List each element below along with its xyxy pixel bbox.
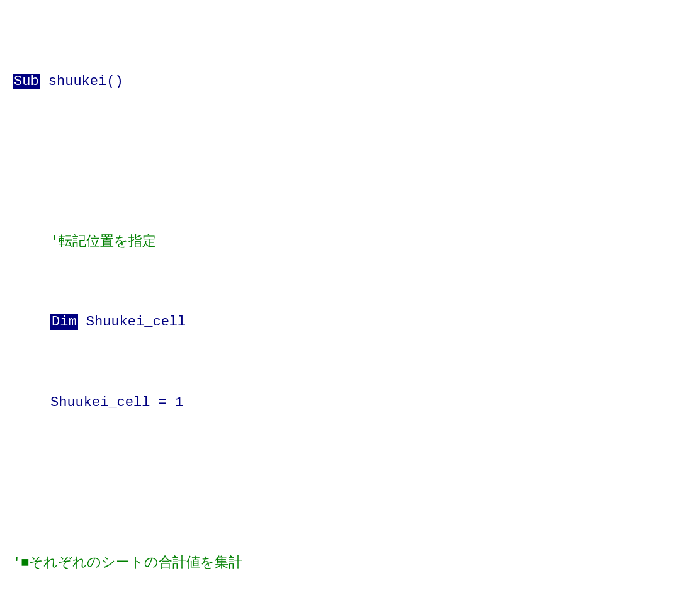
comment-sheets: '■それぞれのシートの合計値を集計 bbox=[13, 555, 242, 571]
kw-sub: Sub bbox=[13, 74, 40, 89]
assign1-code: Shuukei_cell = 1 bbox=[50, 395, 183, 410]
line-dim1: Dim Shuukei_cell bbox=[13, 312, 687, 332]
code-editor: Sub shuukei() '転記位置を指定 Dim Shuukei_cell … bbox=[13, 11, 687, 600]
kw-dim1: Dim bbox=[50, 314, 78, 330]
line-assign1: Shuukei_cell = 1 bbox=[13, 393, 687, 413]
sub-name: shuukei() bbox=[40, 74, 123, 89]
comment-tenki: '転記位置を指定 bbox=[50, 234, 156, 250]
line-sub: Sub shuukei() bbox=[13, 72, 687, 92]
line-blank1 bbox=[13, 152, 687, 172]
line-blank2 bbox=[13, 473, 687, 493]
line-comment2: '■それぞれのシートの合計値を集計 bbox=[13, 553, 687, 574]
line-comment1: '転記位置を指定 bbox=[13, 232, 687, 252]
dim1-var: Shuukei_cell bbox=[78, 314, 186, 330]
